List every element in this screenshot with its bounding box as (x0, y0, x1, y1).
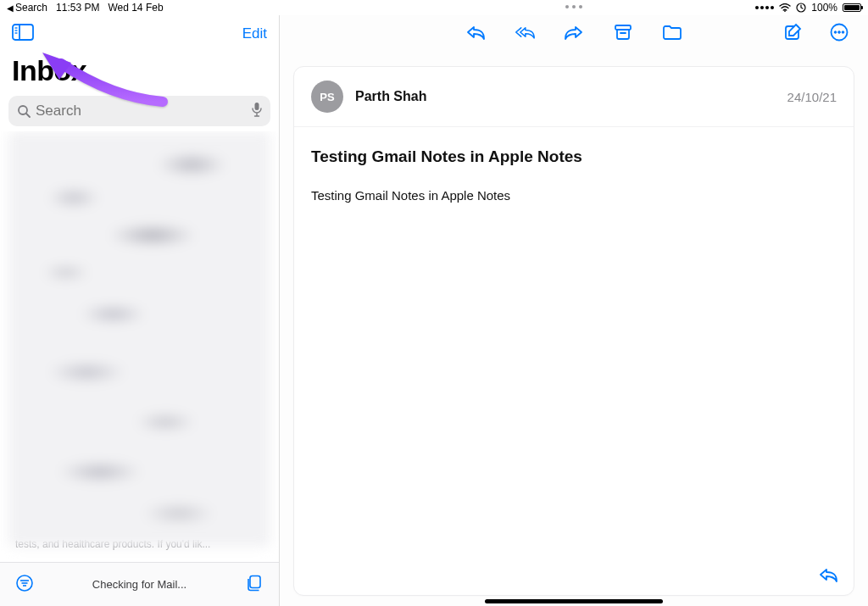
sync-status: Checking for Mail... (34, 578, 245, 591)
wifi-icon (779, 3, 791, 12)
search-icon (17, 104, 31, 118)
mail-list[interactable]: tests, and healthcare products. If you'd… (0, 131, 279, 562)
status-bar-right: 100% (755, 2, 861, 14)
sidebar: Edit Inbox tests, and healthcare product… (0, 15, 280, 606)
search-field-wrap[interactable] (8, 96, 270, 126)
svg-rect-2 (13, 25, 33, 40)
message-toolbar (280, 15, 868, 49)
reply-button[interactable] (465, 22, 486, 42)
svg-point-0 (784, 10, 786, 12)
status-time: 11:53 PM (56, 2, 99, 14)
svg-point-20 (834, 31, 837, 34)
message-header: PS Parth Shah 24/10/21 (294, 67, 854, 127)
sender-avatar[interactable]: PS (311, 81, 343, 113)
status-bar-left: ◀ Search 11:53 PM Wed 14 Feb (7, 2, 164, 14)
message-body: Testing Gmail Notes in Apple Notes (294, 173, 854, 218)
mail-list-blurred (8, 131, 270, 547)
dictate-icon[interactable] (252, 102, 262, 120)
svg-rect-14 (250, 576, 260, 588)
signal-dots-icon (755, 6, 774, 9)
svg-line-8 (26, 114, 30, 117)
orientation-lock-icon (796, 3, 806, 13)
filter-button[interactable] (15, 574, 34, 595)
battery-percentage: 100% (811, 2, 837, 14)
compose-button[interactable] (783, 22, 804, 42)
archive-button[interactable] (613, 22, 633, 42)
status-date: Wed 14 Feb (108, 2, 163, 14)
message-pane: PS Parth Shah 24/10/21 Testing Gmail Not… (280, 15, 868, 606)
back-app-label[interactable]: Search (15, 2, 47, 14)
back-triangle-icon[interactable]: ◀ (7, 3, 14, 13)
message-subject: Testing Gmail Notes in Apple Notes (294, 127, 854, 173)
home-indicator[interactable] (485, 599, 663, 603)
search-input[interactable] (36, 103, 247, 120)
move-folder-button[interactable] (662, 22, 682, 42)
sender-name[interactable]: Parth Shah (355, 89, 426, 104)
message-card: PS Parth Shah 24/10/21 Testing Gmail Not… (293, 66, 854, 596)
more-button[interactable] (829, 22, 849, 42)
reply-all-button[interactable] (515, 22, 535, 42)
copy-mailboxes-button[interactable] (245, 574, 264, 595)
edit-button[interactable]: Edit (242, 25, 267, 42)
status-bar: ◀ Search 11:53 PM Wed 14 Feb 100% (0, 0, 868, 15)
svg-rect-16 (615, 25, 631, 30)
reply-inline-button[interactable] (818, 564, 838, 585)
sidebar-title: Inbox (0, 49, 279, 96)
svg-rect-9 (255, 103, 259, 110)
sidebar-bottom-bar: Checking for Mail... (0, 562, 279, 606)
forward-button[interactable] (564, 22, 584, 42)
message-date: 24/10/21 (787, 90, 837, 104)
multitask-dots-icon[interactable] (565, 5, 582, 8)
svg-point-21 (838, 31, 841, 34)
message-footer (294, 554, 854, 595)
sidebar-toggle-button[interactable] (12, 24, 34, 44)
battery-icon (843, 3, 861, 12)
svg-point-22 (842, 31, 844, 34)
